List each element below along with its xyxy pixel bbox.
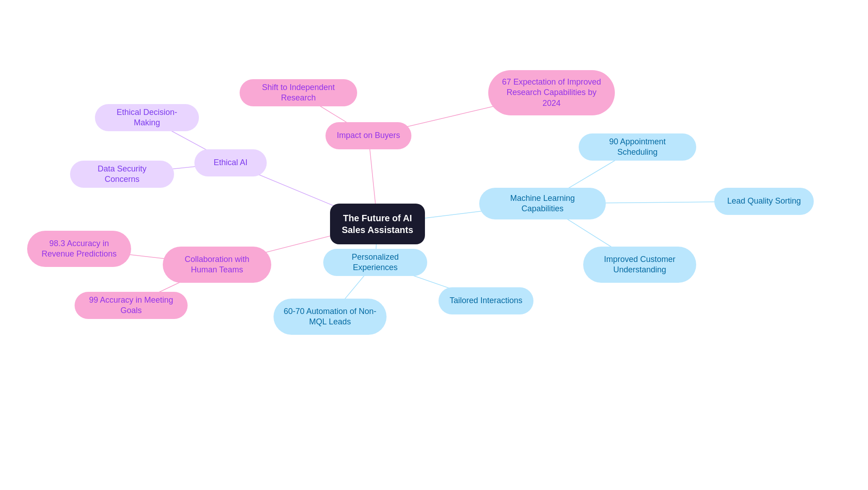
node-impact_buyers: Impact on Buyers xyxy=(326,122,411,149)
node-personalized: Personalized Experiences xyxy=(323,249,427,276)
node-improved_customer: Improved Customer Understanding xyxy=(583,247,696,283)
node-center: The Future of AI Sales Assistants xyxy=(330,204,425,244)
node-lead_quality: Lead Quality Sorting xyxy=(714,188,814,215)
node-accuracy_meeting: 99 Accuracy in Meeting Goals xyxy=(75,292,188,319)
node-tailored: Tailored Interactions xyxy=(439,287,533,314)
node-data_security: Data Security Concerns xyxy=(70,161,174,188)
node-ethical_ai: Ethical AI xyxy=(194,149,267,176)
node-accuracy_revenue: 98.3 Accuracy in Revenue Predictions xyxy=(27,231,131,267)
node-automation: 60-70 Automation of Non-MQL Leads xyxy=(274,299,387,335)
node-ethical_decision: Ethical Decision-Making xyxy=(95,104,199,131)
node-shift_research: Shift to Independent Research xyxy=(240,79,357,106)
node-expectation_research: 67 Expectation of Improved Research Capa… xyxy=(488,70,615,115)
mind-map-container: The Future of AI Sales AssistantsEthical… xyxy=(0,0,868,490)
node-collaboration: Collaboration with Human Teams xyxy=(163,247,271,283)
node-appointment: 90 Appointment Scheduling xyxy=(579,133,696,161)
node-ml_capabilities: Machine Learning Capabilities xyxy=(479,188,606,219)
